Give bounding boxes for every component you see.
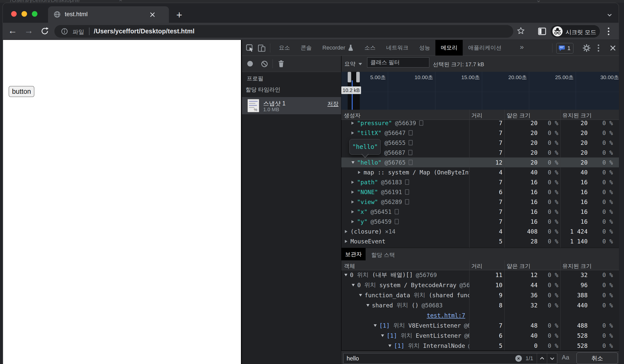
retainer-row[interactable]: test.html:7 <box>341 310 619 320</box>
collapse-arrow-icon[interactable] <box>358 171 364 174</box>
column-header[interactable]: 거리 <box>471 112 482 119</box>
collapse-arrow-icon[interactable] <box>351 131 357 134</box>
incognito-badge[interactable]: 시크릿 모드 <box>550 25 600 38</box>
browser-tab[interactable]: test.html <box>48 6 169 23</box>
column-divider[interactable] <box>469 260 470 350</box>
more-tabs-icon[interactable]: » <box>520 43 524 51</box>
column-divider[interactable] <box>504 110 505 248</box>
collapse-arrow-icon[interactable] <box>351 191 357 194</box>
info-icon[interactable] <box>61 28 68 35</box>
constructor-row[interactable]: (closure)×1444080 %1 4240 % <box>341 226 619 236</box>
column-header[interactable]: 객체 <box>344 262 355 270</box>
device-toolbar-icon[interactable] <box>257 43 266 53</box>
devtools-tab-성능[interactable]: 성능 <box>414 40 435 56</box>
constructor-row[interactable]: "hello"@5676512200 %200 % <box>341 157 619 167</box>
constructor-row[interactable]: "NONE"@561916160 %160 % <box>341 187 619 197</box>
tab-close-icon[interactable] <box>149 10 156 19</box>
column-divider[interactable] <box>504 260 505 350</box>
retainer-row[interactable]: [1] 위치 V8EventListener@6537480 %4880 % <box>341 321 619 330</box>
devtools-tab-네트워크[interactable]: 네트워크 <box>381 40 414 56</box>
constructor-row[interactable]: @566877200 %200 % <box>341 148 619 157</box>
back-button[interactable]: ← <box>8 25 17 36</box>
column-header[interactable]: 거리 <box>471 262 482 270</box>
expand-arrow-icon[interactable] <box>352 284 357 286</box>
expand-arrow-icon[interactable] <box>351 161 357 164</box>
class-filter-input[interactable] <box>367 57 429 67</box>
expand-arrow-icon[interactable] <box>374 324 379 327</box>
collapse-arrow-icon[interactable] <box>345 240 350 243</box>
column-divider[interactable] <box>469 110 470 248</box>
next-match-button[interactable] <box>547 353 557 363</box>
column-header[interactable]: 유지된 크기 <box>562 262 592 270</box>
zoom-window-button[interactable] <box>32 11 37 17</box>
constructor-row[interactable]: MouseEvent5280 %1 1400 % <box>341 236 619 246</box>
tab-allocation-stack[interactable]: 할당 스택 <box>371 251 395 259</box>
devtools-tab-요소[interactable]: 요소 <box>274 40 295 56</box>
constructor-row[interactable]: map :: system / Map (OneByteInte4400 %40… <box>341 167 619 177</box>
constructor-row[interactable]: "pressure"@566397200 %200 % <box>341 120 619 128</box>
retainer-row[interactable]: function_data 위치 (shared functio9360 %38… <box>341 290 619 300</box>
expand-arrow-icon[interactable] <box>366 304 372 307</box>
expand-arrow-icon[interactable] <box>359 294 365 297</box>
collapse-arrow-icon[interactable] <box>351 181 357 184</box>
search-input[interactable] <box>344 355 515 362</box>
devtools-tab-Recorder[interactable]: Recorder <box>317 40 359 56</box>
selection-handle-right[interactable] <box>356 72 360 82</box>
constructor-row[interactable]: "path"@561837160 %160 % <box>341 177 619 187</box>
search-input-box[interactable]: 1/1 <box>343 353 557 364</box>
devtools-close-icon[interactable] <box>609 44 617 52</box>
selection-handle-left[interactable] <box>348 72 351 82</box>
record-button[interactable] <box>247 61 253 66</box>
previous-match-button[interactable] <box>537 353 547 363</box>
retainer-row[interactable]: [1] 위치 EventListener@6536400 %5280 % <box>341 331 619 340</box>
devtools-tab-소스[interactable]: 소스 <box>359 40 381 56</box>
retainer-row[interactable]: 0 위치 (내부 배열)[]@5676911120 %320 % <box>341 270 619 280</box>
address-bar[interactable]: 파일 /Users/yceffort/Desktop/test.html <box>54 25 513 38</box>
new-tab-button[interactable]: + <box>173 9 185 21</box>
column-header[interactable]: 생성자 <box>344 112 361 119</box>
trash-icon[interactable] <box>277 60 285 68</box>
expand-arrow-icon[interactable] <box>388 345 394 347</box>
constructor-row[interactable]: "tiltY"@566557200 %200 % <box>341 138 619 148</box>
settings-gear-icon[interactable] <box>582 43 591 53</box>
column-header[interactable]: 유지된 크기 <box>562 112 592 119</box>
retainer-row[interactable]: 0 위치 system / BytecodeArray@5677110440 %… <box>341 280 619 290</box>
minimize-window-button[interactable] <box>21 11 27 17</box>
close-window-button[interactable] <box>11 11 17 17</box>
side-panel-icon[interactable] <box>538 27 547 36</box>
save-link[interactable]: 저장 <box>327 100 339 108</box>
devtools-menu-icon[interactable] <box>597 43 600 53</box>
expand-arrow-icon[interactable] <box>381 334 387 337</box>
devtools-tab-메모리[interactable]: 메모리 <box>435 40 463 56</box>
allocation-timeline-chart[interactable]: 5.00초10.00초15.00초20.00초25.00초30.00초 10.2… <box>341 72 619 110</box>
constructor-row[interactable]: "y"@564597160 %160 % <box>341 217 619 226</box>
retainer-row[interactable]: shared 위치 ()@506838320 %4400 % <box>341 300 619 310</box>
column-header[interactable]: 얕은 크기 <box>507 112 530 119</box>
constructor-row[interactable]: "view"@562897160 %160 % <box>341 197 619 207</box>
inspect-icon[interactable] <box>245 43 254 53</box>
cancel-button[interactable]: 취소 <box>576 352 618 364</box>
collapse-arrow-icon[interactable] <box>351 220 357 223</box>
snapshot-item[interactable]: % 스냅샷 1 1.0 MB 저장 <box>242 97 341 114</box>
expand-arrow-icon[interactable] <box>344 274 350 276</box>
browser-menu-icon[interactable] <box>607 26 609 37</box>
retainer-row[interactable]: [1] 위치 InternalNode@6500 %5280 % <box>341 341 619 350</box>
column-header[interactable]: 얕은 크기 <box>507 262 530 270</box>
collapse-arrow-icon[interactable] <box>345 230 350 233</box>
page-button[interactable]: button <box>9 86 34 97</box>
column-divider[interactable] <box>560 110 561 248</box>
collapse-arrow-icon[interactable] <box>351 200 357 203</box>
tab-retainers[interactable]: 보관자 <box>341 248 366 261</box>
collapse-arrow-icon[interactable] <box>351 210 357 213</box>
tab-search-chevron-icon[interactable] <box>606 11 613 19</box>
clear-icon[interactable] <box>261 60 268 67</box>
constructor-row[interactable]: "tiltX"@566477200 %200 % <box>341 128 619 138</box>
devtools-tab-콘솔[interactable]: 콘솔 <box>295 40 317 56</box>
devtools-tab-애플리케이션[interactable]: 애플리케이션 <box>463 40 507 56</box>
clear-search-icon[interactable] <box>515 355 522 362</box>
perspective-select[interactable]: 요약 <box>344 60 362 68</box>
reload-button[interactable] <box>40 26 50 36</box>
issues-badge[interactable]: 1 <box>556 43 573 54</box>
forward-button[interactable]: → <box>24 25 33 36</box>
collapse-arrow-icon[interactable] <box>351 122 357 125</box>
